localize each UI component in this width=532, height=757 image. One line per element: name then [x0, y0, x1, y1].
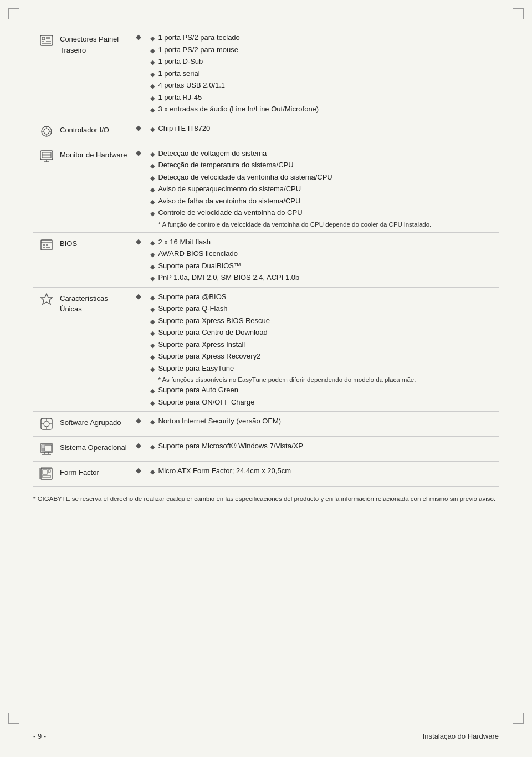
svg-rect-22 — [43, 247, 45, 248]
monitor-icon — [38, 147, 55, 165]
row-conectores: Conectores PainelTraseiro ◆◆1 porta PS/2… — [33, 28, 499, 119]
bullet-icon: ◆ — [150, 81, 155, 91]
list-item: ◆1 porta serial — [150, 68, 494, 80]
list-item: ◆Suporte para Microsoft® Windows 7/Vista… — [150, 440, 494, 452]
bullet-icon: ◆ — [150, 250, 155, 259]
page-footer: - 9 - Instalação do Hardware — [0, 732, 532, 740]
list-item: ◆1 porta RJ-45 — [150, 91, 494, 104]
list-item: ◆Detecção de temperatura do sistema/CPU — [150, 159, 494, 171]
bullet-icon: ◆ — [150, 293, 155, 303]
note-text: * As funções disponíveis no EasyTune pod… — [150, 375, 494, 384]
list-item: ◆Suporte para ON/OFF Charge — [150, 396, 494, 408]
bullet-icon: ◆ — [150, 398, 155, 408]
bullet-icon: ◆ — [150, 94, 155, 103]
list-item: ◆3 x entradas de áudio (Line In/Line Out… — [150, 103, 494, 115]
bullet-icon: ◆ — [150, 386, 155, 396]
svg-rect-34 — [42, 448, 45, 451]
list-item: ◆Suporte para Q-Flash — [150, 303, 494, 315]
section-title: Instalação do Hardware — [423, 732, 499, 740]
bullet-icon: ◆ — [150, 417, 155, 427]
list-item: ◆Suporte para Xpress Install — [150, 339, 494, 351]
svg-rect-35 — [45, 445, 52, 451]
label-sistema: Sistema Operacional — [33, 437, 131, 462]
note-text: * A função de controle da velocidade da … — [150, 220, 494, 229]
bullet-icon: ◆ — [150, 442, 155, 452]
row-sistema: Sistema Operacional ◆◆Suporte para Micro… — [33, 437, 499, 462]
svg-marker-24 — [41, 294, 52, 304]
list-item: ◆Suporte para EasyTune — [150, 362, 494, 375]
unique-icon — [38, 291, 55, 309]
corner-br — [513, 713, 524, 724]
list-item: ◆AWARD BIOS licenciado — [150, 248, 494, 260]
arrow-sistema: ◆ — [131, 437, 146, 462]
software-icon — [38, 415, 55, 433]
list-item: ◆Suporte para Xpress Recovery2 — [150, 350, 494, 362]
list-item: ◆1 porta PS/2 para teclado — [150, 32, 494, 44]
list-item: ◆1 porta D-Sub — [150, 55, 494, 68]
svg-rect-21 — [46, 244, 48, 246]
page-container: Conectores PainelTraseiro ◆◆1 porta PS/2… — [0, 0, 532, 757]
content-caracteristicas: ◆Suporte para @BIOS◆Suporte para Q-Flash… — [146, 287, 499, 412]
row-monitor: Monitor de Hardware ◆◆Detecção de voltag… — [33, 144, 499, 232]
bullet-icon: ◆ — [150, 209, 155, 218]
list-item: ◆Detecção de voltagem do sistema — [150, 147, 494, 160]
label-bios: BIOS — [33, 232, 131, 287]
connector-icon — [38, 32, 55, 49]
content-formfactor: ◆Micro ATX Form Factor; 24,4cm x 20,5cm — [146, 462, 499, 487]
svg-rect-23 — [46, 247, 50, 248]
label-monitor: Monitor de Hardware — [33, 144, 131, 232]
list-item: ◆Suporte para Xpress BIOS Rescue — [150, 315, 494, 327]
bullet-icon: ◆ — [150, 125, 155, 134]
io-icon — [38, 122, 55, 140]
os-icon — [38, 440, 55, 458]
svg-rect-42 — [43, 475, 50, 478]
arrow-bios: ◆ — [131, 232, 146, 287]
footer-note: * GIGABYTE se reserva el derecho de real… — [33, 494, 499, 504]
list-item: ◆Norton Internet Security (versão OEM) — [150, 415, 494, 427]
arrow-formfactor: ◆ — [131, 462, 146, 487]
bullet-icon: ◆ — [150, 467, 155, 477]
corner-bl — [8, 713, 19, 724]
svg-point-7 — [44, 129, 49, 134]
bullet-icon: ◆ — [150, 317, 155, 326]
bullet-icon: ◆ — [150, 274, 155, 283]
list-item: ◆1 porta PS/2 para mouse — [150, 44, 494, 56]
content-controlador: ◆Chip iTE IT8720 — [146, 119, 499, 144]
arrow-software: ◆ — [131, 412, 146, 437]
list-item: ◆Chip iTE IT8720 — [150, 122, 494, 135]
label-software: Software Agrupado — [33, 412, 131, 437]
list-item: ◆Detecção de velocidade da ventoinha do … — [150, 171, 494, 183]
bullet-icon: ◆ — [150, 238, 155, 248]
content-sistema: ◆Suporte para Microsoft® Windows 7/Vista… — [146, 437, 499, 462]
svg-rect-1 — [42, 37, 45, 40]
row-formfactor: Form Factor ◆◆Micro ATX Form Factor; 24,… — [33, 462, 499, 487]
bullet-icon: ◆ — [150, 341, 155, 350]
label-conectores: Conectores PainelTraseiro — [33, 28, 131, 119]
list-item: ◆Suporte para Centro de Download — [150, 326, 494, 339]
row-bios: BIOS ◆◆2 x 16 Mbit flash◆AWARD BIOS lice… — [33, 232, 499, 287]
list-item: ◆Micro ATX Form Factor; 24,4cm x 20,5cm — [150, 465, 494, 477]
arrow-controlador: ◆ — [131, 119, 146, 144]
bullet-icon: ◆ — [150, 262, 155, 272]
bullet-icon: ◆ — [150, 305, 155, 314]
arrow-caracteristicas: ◆ — [131, 287, 146, 412]
specs-table: Conectores PainelTraseiro ◆◆1 porta PS/2… — [33, 28, 499, 487]
list-item: ◆4 portas USB 2.0/1.1 — [150, 79, 494, 91]
bullet-icon: ◆ — [150, 105, 155, 115]
content-software: ◆Norton Internet Security (versão OEM) — [146, 412, 499, 437]
bullet-icon: ◆ — [150, 365, 155, 374]
bios-icon — [38, 236, 55, 254]
form-icon — [38, 465, 55, 483]
content-bios: ◆2 x 16 Mbit flash◆AWARD BIOS licenciado… — [146, 232, 499, 287]
bullet-icon: ◆ — [150, 185, 155, 195]
label-caracteristicas: CaracterísticasÚnicas — [33, 287, 131, 412]
list-item: ◆Suporte para Auto Green — [150, 384, 494, 396]
footer-line — [33, 728, 499, 728]
content-monitor: ◆Detecção de voltagem do sistema◆Detecçã… — [146, 144, 499, 232]
row-controlador: Controlador I/O ◆◆Chip iTE IT8720 — [33, 119, 499, 144]
svg-rect-33 — [42, 445, 45, 448]
label-controlador: Controlador I/O — [33, 119, 131, 144]
arrow-conectores: ◆ — [131, 28, 146, 119]
bullet-icon: ◆ — [150, 150, 155, 159]
content-conectores: ◆1 porta PS/2 para teclado◆1 porta PS/2 … — [146, 28, 499, 119]
